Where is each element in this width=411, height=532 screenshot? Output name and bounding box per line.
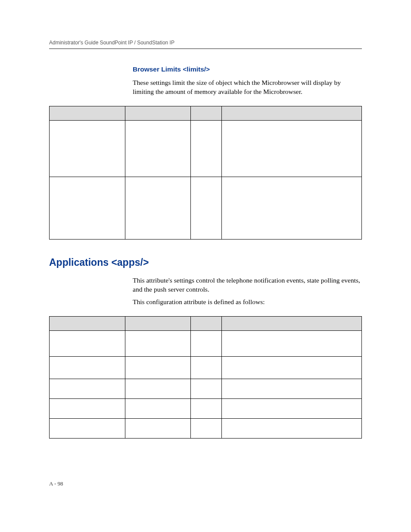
table-cell (191, 330, 222, 356)
table-cell (191, 356, 222, 379)
table-cell (125, 356, 191, 379)
table-applications (49, 316, 362, 439)
table-header-row (50, 316, 362, 330)
table-cell (50, 177, 125, 239)
table-row (50, 398, 362, 418)
table-cell (50, 356, 125, 379)
table-cell (125, 418, 191, 438)
table-header-row (50, 106, 362, 120)
table-cell (125, 398, 191, 418)
col-header (125, 106, 191, 120)
table-cell (191, 398, 222, 418)
table-row (50, 418, 362, 438)
table-row (50, 356, 362, 379)
table-browser-limits (49, 106, 362, 240)
table-cell (222, 120, 362, 177)
table-cell (222, 177, 362, 239)
col-header (222, 316, 362, 330)
table-cell (125, 120, 191, 177)
table-cell (222, 418, 362, 438)
table-cell (191, 379, 222, 398)
table-row (50, 330, 362, 356)
paragraph-browser-limits: These settings limit the size of object … (133, 78, 362, 96)
table-cell (50, 330, 125, 356)
col-header (222, 106, 362, 120)
table-cell (50, 379, 125, 398)
table-cell (222, 379, 362, 398)
running-head: Administrator's Guide SoundPoint IP / So… (49, 40, 362, 46)
table-row (50, 177, 362, 239)
table-cell (222, 330, 362, 356)
table-cell (50, 398, 125, 418)
col-header (125, 316, 191, 330)
table-row (50, 120, 362, 177)
table-cell (191, 120, 222, 177)
heading-applications: Applications <apps/> (49, 257, 362, 268)
table-cell (191, 418, 222, 438)
col-header (50, 106, 125, 120)
table-cell (125, 379, 191, 398)
col-header (50, 316, 125, 330)
table-cell (50, 120, 125, 177)
page-number: A - 98 (49, 480, 63, 487)
table-cell (50, 418, 125, 438)
header-rule (49, 48, 362, 49)
subheading-browser-limits: Browser Limits <limits/> (133, 65, 362, 73)
table-cell (125, 177, 191, 239)
table-cell (191, 177, 222, 239)
table-row (50, 379, 362, 398)
paragraph-applications-1: This attribute's settings control the te… (133, 276, 362, 294)
table-cell (222, 398, 362, 418)
paragraph-applications-2: This configuration attribute is defined … (133, 298, 362, 307)
table-cell (222, 356, 362, 379)
table-cell (125, 330, 191, 356)
col-header (191, 316, 222, 330)
col-header (191, 106, 222, 120)
